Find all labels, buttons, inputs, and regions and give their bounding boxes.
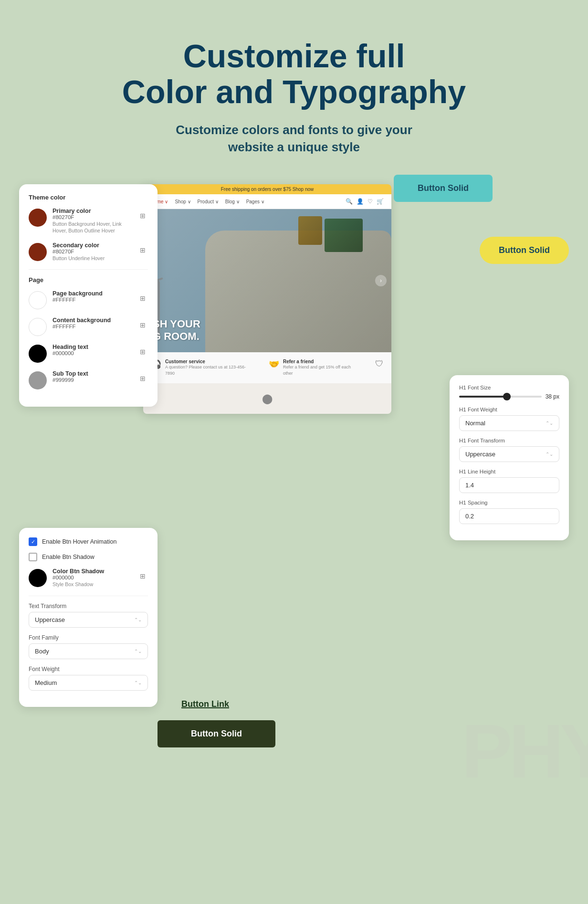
page-bg-hex: #FFFFFF [52,297,132,303]
main-title: Customize full Color and Typography [19,38,569,110]
page-bg-edit-icon[interactable]: ⊞ [137,293,148,304]
panel-divider [29,269,148,270]
h1-spacing-label: H1 Spacing [459,500,559,505]
site-nav-icons: 🔍 👤 ♡ 🛒 [346,198,384,205]
h1-spacing-input[interactable] [459,508,559,524]
heading-text-info: Heading text #000000 [52,344,132,356]
content-bg-swatch [29,318,47,336]
nav-product[interactable]: Product ∨ [198,199,219,204]
text-transform-label: Text Transform [29,603,148,610]
user-icon[interactable]: 👤 [357,198,364,205]
btn-solid-teal[interactable]: Button Solid [394,175,493,202]
h1-font-weight-arrows: ⌃⌄ [546,420,553,426]
content-bg-edit-icon[interactable]: ⊞ [137,320,148,330]
sub-top-text-edit-icon[interactable]: ⊞ [137,373,148,384]
color-btn-shadow-hex: #000000 [52,575,132,580]
site-hero: SH YOURG ROOM. › [143,209,391,352]
header-section: Customize full Color and Typography Cust… [0,0,588,175]
font-family-row: Font Family Body ⌃⌄ [29,634,148,659]
h1-font-transform-value: Uppercase [465,451,495,458]
nav-pages[interactable]: Pages ∨ [246,199,264,204]
font-family-select[interactable]: Body ⌃⌄ [29,643,148,659]
color-btn-shadow-info: Color Btn Shadow #000000 Style Box Shado… [52,568,132,588]
secondary-color-name: Secondary color [52,242,132,249]
color-btn-shadow-edit-icon[interactable]: ⊞ [137,571,148,581]
footer-refer-text: Refer a friend Refer a friend and get 15… [283,359,361,376]
secondary-color-hex: #80270F [52,249,132,254]
h1-font-size-slider[interactable] [459,396,542,398]
cart-icon[interactable]: 🛒 [377,198,384,205]
footer-customer-service: 🎧 Customer service A question? Please co… [151,359,254,376]
enable-hover-checkbox[interactable] [29,537,37,546]
font-weight-select[interactable]: Medium ⌃⌄ [29,675,148,691]
font-weight-row: Font Weight Medium ⌃⌄ [29,666,148,691]
text-transform-select[interactable]: Uppercase ⌃⌄ [29,612,148,628]
content-bg-name: Content background [52,317,132,324]
hover-divider [29,596,148,596]
h1-font-transform-arrows: ⌃⌄ [546,452,553,457]
secondary-color-swatch [29,243,47,261]
theme-panel-title: Theme color [29,194,148,201]
primary-color-edit-icon[interactable]: ⊞ [137,210,148,221]
h1-line-height-input[interactable] [459,477,559,493]
color-btn-shadow-item[interactable]: Color Btn Shadow #000000 Style Box Shado… [29,568,148,588]
subtitle: Customize colors and fonts to give your … [156,121,432,156]
text-transform-row: Text Transform Uppercase ⌃⌄ [29,603,148,628]
enable-hover-row[interactable]: Enable Btn Hover Animation [29,537,148,546]
sub-top-text-item[interactable]: Sub Top text #999999 ⊞ [29,370,148,389]
site-section-light: ⬤ [143,383,391,414]
h1-font-size-label: H1 Font Size [459,385,559,390]
search-icon[interactable]: 🔍 [346,198,353,205]
page-bg-info: Page background #FFFFFF [52,290,132,303]
text-transform-arrows: ⌃⌄ [134,617,142,622]
content-bg-item[interactable]: Content background #FFFFFF ⊞ [29,317,148,336]
enable-shadow-checkbox[interactable] [29,553,37,561]
shield-icon: 🛡 [375,359,384,369]
secondary-color-info: Secondary color #80270F Button Underline… [52,242,132,262]
h1-font-size-slider-row: 38 px [459,393,559,400]
site-hero-text: SH YOURG ROOM. [153,318,200,343]
color-btn-shadow-desc: Style Box Shadow [52,581,132,588]
deco-text-right: PHY [462,707,588,795]
site-nav-links: Home ∨ Shop ∨ Product ∨ Blog ∨ Pages ∨ [151,199,264,204]
secondary-color-desc: Button Underline Hover [52,255,132,262]
theme-color-panel: Theme color Primary color #80270F Button… [19,184,158,407]
primary-color-info: Primary color #80270F Button Background … [52,208,132,234]
enable-hover-label: Enable Btn Hover Animation [42,538,116,545]
font-family-label: Font Family [29,634,148,641]
nav-shop[interactable]: Shop ∨ [175,199,190,204]
h1-line-height-label: H1 Line Height [459,469,559,474]
font-family-value: Body [35,648,49,655]
primary-color-item[interactable]: Primary color #80270F Button Background … [29,208,148,234]
content-area: AGRA PHY Theme color Primary color #8027… [0,175,588,843]
content-bg-hex: #FFFFFF [52,324,132,329]
secondary-color-edit-icon[interactable]: ⊞ [137,245,148,255]
primary-color-desc: Button Background Hover, Link Hover, But… [52,221,132,234]
sub-top-text-info: Sub Top text #999999 [52,370,132,383]
h1-font-size-thumb[interactable] [503,393,511,400]
btn-solid-yellow[interactable]: Button Solid [480,237,569,264]
enable-shadow-row[interactable]: Enable Btn Shadow [29,553,148,561]
h1-font-weight-field: H1 Font Weight Normal ⌃⌄ [459,407,559,431]
h1-font-weight-select[interactable]: Normal ⌃⌄ [459,415,559,431]
heading-text-hex: #000000 [52,350,132,356]
h1-font-size-field: H1 Font Size 38 px [459,385,559,400]
site-nav: Home ∨ Shop ∨ Product ∨ Blog ∨ Pages ∨ 🔍… [143,194,391,209]
heading-text-item[interactable]: Heading text #000000 ⊞ [29,344,148,363]
wishlist-icon[interactable]: ♡ [368,198,373,205]
h1-font-transform-select[interactable]: Uppercase ⌃⌄ [459,446,559,462]
nav-blog[interactable]: Blog ∨ [225,199,240,204]
heading-text-edit-icon[interactable]: ⊞ [137,347,148,357]
enable-shadow-label: Enable Btn Shadow [42,554,94,560]
hover-panel: Enable Btn Hover Animation Enable Btn Sh… [19,528,158,707]
h1-font-weight-label: H1 Font Weight [459,407,559,412]
secondary-color-item[interactable]: Secondary color #80270F Button Underline… [29,242,148,262]
page-bg-item[interactable]: Page background #FFFFFF ⊞ [29,290,148,309]
footer-refer-friend: 🤝 Refer a friend Refer a friend and get … [269,359,361,376]
font-family-arrows: ⌃⌄ [134,649,142,654]
h1-font-weight-value: Normal [465,420,485,427]
font-weight-arrows: ⌃⌄ [134,680,142,685]
btn-link-bottom[interactable]: Button Link [181,699,229,709]
btn-solid-dark[interactable]: Button Solid [158,720,275,747]
heading-text-swatch [29,345,47,363]
